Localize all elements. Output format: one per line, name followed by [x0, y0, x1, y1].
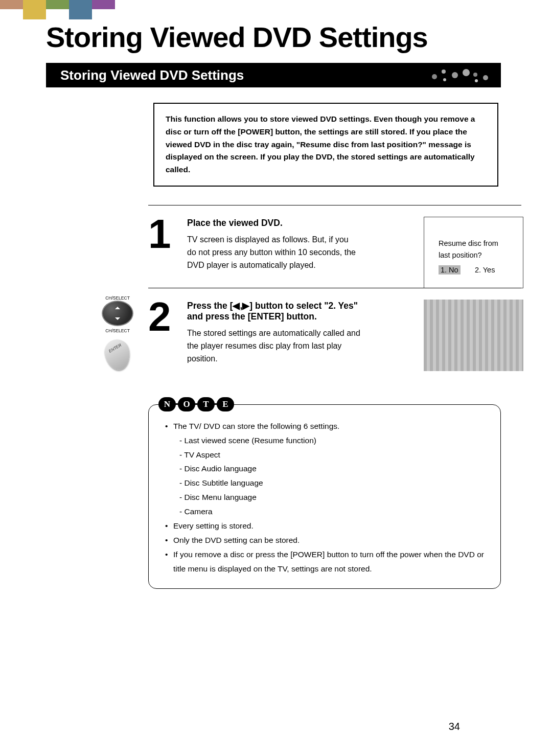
- dialog-line2: last position?: [439, 249, 514, 261]
- page-title: Storing Viewed DVD Settings: [46, 20, 521, 54]
- svg-point-2: [443, 78, 446, 81]
- note-letter: O: [178, 397, 195, 411]
- note-subitem: - TV Aspect: [164, 448, 485, 462]
- step-number: 2: [148, 301, 179, 365]
- note-item: Only the DVD setting can be stored.: [164, 533, 485, 547]
- dialog-option-yes: 2. Yes: [475, 266, 495, 274]
- note-item: Every setting is stored.: [164, 519, 485, 533]
- svg-point-3: [452, 72, 458, 78]
- note-subitem: - Disc Menu language: [164, 490, 485, 505]
- ch-select-button-icon: [102, 301, 133, 326]
- decorative-dots-icon: [429, 67, 491, 83]
- page-number: 34: [449, 721, 460, 732]
- tv-screenshot-placeholder: [424, 300, 523, 371]
- note-subitem: - Disc Subtitle language: [164, 476, 485, 490]
- note-subitem: - Disc Audio language: [164, 462, 485, 476]
- enter-button-icon: [103, 338, 132, 372]
- header-color-tabs: [0, 0, 115, 19]
- note-box: The TV/ DVD can store the following 6 se…: [148, 404, 501, 589]
- note-letter: N: [158, 397, 176, 411]
- note-heading: N O T E: [158, 397, 501, 411]
- ch-select-label-bottom: CH/SELECT: [97, 328, 138, 333]
- intro-text: This function allows you to store viewed…: [153, 103, 498, 187]
- section-title: Storing Viewed DVD Settings: [60, 67, 244, 83]
- note-subitem: - Last viewed scene (Resume function): [164, 433, 485, 448]
- remote-control-icons: CH/SELECT CH/SELECT: [97, 295, 138, 370]
- note-item: If you remove a disc or press the [POWER…: [164, 547, 485, 576]
- section-header: Storing Viewed DVD Settings: [46, 63, 501, 87]
- step-body-text: The stored settings are automatically ca…: [187, 327, 361, 365]
- svg-point-5: [473, 73, 477, 77]
- note-item: The TV/ DVD can store the following 6 se…: [164, 419, 485, 433]
- step-number: 1: [148, 218, 179, 271]
- dialog-line1: Resume disc from: [439, 238, 514, 249]
- note-subitem: - Camera: [164, 505, 485, 519]
- svg-point-1: [442, 70, 446, 74]
- note-letter: E: [217, 397, 234, 411]
- tv-resume-dialog: Resume disc from last position? 1. No 2.…: [424, 217, 523, 288]
- ch-select-label-top: CH/SELECT: [97, 295, 138, 301]
- step-1: 1 Place the viewed DVD. TV screen is dis…: [148, 205, 521, 288]
- step-body-text: TV screen is displayed as follows. But, …: [187, 234, 356, 271]
- svg-point-6: [475, 79, 478, 82]
- note-section: N O T E The TV/ DVD can store the follow…: [148, 397, 501, 589]
- svg-point-7: [483, 75, 488, 80]
- dialog-option-no: 1. No: [439, 265, 461, 274]
- step-2: CH/SELECT CH/SELECT 2 Press the [◀,▶] bu…: [148, 288, 521, 381]
- note-letter: T: [197, 397, 215, 411]
- svg-point-4: [463, 69, 470, 76]
- step-title: Press the [◀,▶] button to select "2. Yes…: [187, 301, 366, 322]
- svg-point-0: [432, 74, 437, 79]
